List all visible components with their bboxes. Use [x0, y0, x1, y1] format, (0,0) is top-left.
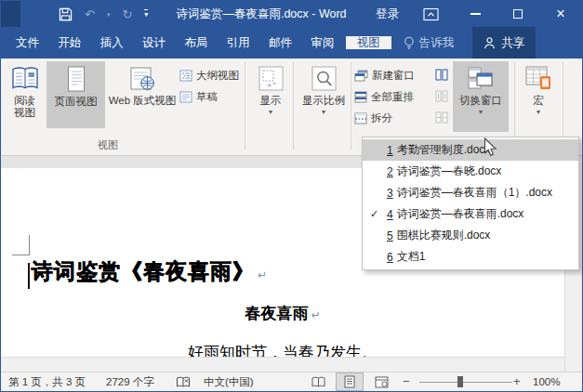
zoom-label: 显示比例 — [302, 95, 345, 107]
chevron-down-icon: ▾ — [537, 109, 540, 116]
print-layout-shortcut[interactable] — [336, 372, 364, 391]
arrange-all-icon — [354, 91, 367, 103]
word-app-icon[interactable] — [1, 1, 20, 27]
reset-window-position-icon — [435, 111, 448, 124]
web-layout-shortcut[interactable] — [367, 372, 395, 391]
magnifier-icon — [311, 66, 337, 91]
sync-scrolling-icon — [435, 90, 448, 102]
title-bar: ↶ ▾ ↻ ▾ 诗词鉴赏—春夜喜雨.docx - Word 登录 × — [1, 1, 582, 27]
poem-line: 好雨知时节，当春乃发生。 — [1, 342, 564, 357]
check-icon: ✓ — [370, 208, 387, 220]
menu-item-label: 诗词鉴赏—春夜喜雨（1）.docx — [397, 185, 552, 201]
outline-view-button[interactable]: 大纲视图 — [179, 66, 239, 85]
language-indicator[interactable]: 中文(中国) — [204, 372, 254, 391]
ribbon-tab[interactable]: 邮件 — [261, 36, 299, 49]
switch-windows-menu-item[interactable]: 2 诗词鉴赏—春晓.docx — [363, 161, 578, 182]
switch-windows-menu-item[interactable]: 5 围棋比赛规则.docx — [363, 225, 578, 246]
outline-view-icon — [179, 70, 192, 82]
person-icon — [484, 36, 496, 49]
draft-icon — [179, 91, 192, 103]
zoom-slider-thumb[interactable] — [457, 376, 463, 387]
new-window-label: 新建窗口 — [372, 69, 415, 83]
minimize-button[interactable] — [460, 1, 490, 27]
ribbon-tab[interactable]: 插入 — [93, 36, 131, 49]
ribbon-tab[interactable]: 视图 — [346, 36, 391, 49]
margin-crop-mark — [12, 235, 30, 255]
switch-windows-menu-item[interactable]: ✓ 4 诗词鉴赏—春夜喜雨.docx — [363, 203, 578, 225]
ribbon-tab-row: 文件 开始 插入 设计 布局 引用 邮件 审阅 视图 告诉我 — [1, 27, 582, 59]
web-layout-status-icon — [375, 376, 389, 388]
proofing-errors-icon[interactable] — [176, 372, 191, 391]
maximize-button[interactable] — [503, 1, 533, 27]
switch-windows-button[interactable]: 切换窗口 ▾ — [453, 61, 509, 132]
read-view-icon — [11, 66, 39, 91]
menu-item-label: 考勤管理制度.docx — [397, 142, 491, 158]
document-heading: 诗词鉴赏《春夜喜雨》↵ — [32, 257, 267, 289]
switch-windows-menu-item[interactable]: 6 文档1 — [363, 246, 578, 268]
quick-access-toolbar: ↶ ▾ ↻ ▾ — [59, 1, 148, 27]
print-layout-button[interactable]: 页面视图 — [46, 61, 105, 128]
zoom-button[interactable]: 显示比例 ▾ — [297, 61, 351, 132]
sign-in-link[interactable]: 登录 — [376, 1, 399, 27]
customize-qat-icon[interactable]: ▾ — [144, 9, 148, 19]
web-layout-button[interactable]: Web 版式视图 — [107, 61, 178, 128]
ribbon-tab[interactable]: 引用 — [219, 36, 258, 49]
word-count[interactable]: 2729 个字 — [106, 372, 154, 391]
view-side-by-side-button[interactable] — [432, 66, 451, 83]
macros-button[interactable]: 宏 ▾ — [518, 61, 559, 132]
menu-item-number: 2 — [387, 165, 393, 178]
zoom-out-button[interactable]: − — [403, 372, 410, 391]
word-window: ↶ ▾ ↻ ▾ 诗词鉴赏—春夜喜雨.docx - Word 登录 × 文件 开始… — [0, 0, 583, 392]
ribbon-tab[interactable]: 设计 — [135, 36, 173, 49]
share-button[interactable]: 共享 — [472, 27, 536, 59]
ribbon-display-options-icon[interactable] — [416, 1, 445, 27]
zoom-percentage[interactable]: 100% — [533, 372, 560, 391]
menu-item-label: 诗词鉴赏—春晓.docx — [397, 163, 502, 179]
window-title: 诗词鉴赏—春夜喜雨.docx - Word — [176, 1, 346, 27]
undo-icon[interactable]: ↶ — [85, 8, 95, 20]
draft-label: 草稿 — [196, 90, 218, 104]
read-view-button[interactable]: 阅读视图 — [4, 61, 46, 128]
new-window-icon — [354, 70, 368, 82]
poem-title: 春夜喜雨↵ — [1, 303, 564, 324]
draft-button[interactable]: 草稿 — [179, 87, 218, 106]
group-separator — [293, 62, 294, 150]
status-bar: 第 1 页，共 3 页 2729 个字 中文(中国) − + 100% — [1, 372, 582, 391]
zoom-in-button[interactable]: + — [513, 372, 521, 391]
read-mode-shortcut[interactable] — [304, 372, 332, 391]
text-cursor — [28, 263, 30, 289]
show-button[interactable]: 显示 ▾ — [248, 61, 293, 132]
tell-me-box[interactable]: 告诉我 — [398, 27, 460, 59]
print-layout-label: 页面视图 — [55, 96, 98, 108]
print-layout-status-icon — [344, 375, 355, 388]
page-indicator[interactable]: 第 1 页，共 3 页 — [8, 372, 86, 391]
read-view-label: 阅读视图 — [11, 95, 39, 118]
synchronous-scrolling-button — [432, 87, 451, 104]
share-label: 共享 — [501, 35, 524, 51]
switch-windows-menu-item[interactable]: 3 诗词鉴赏—春夜喜雨（1）.docx — [363, 182, 578, 203]
redo-icon[interactable]: ↻ — [122, 8, 132, 20]
switch-windows-menu-item[interactable]: 1 考勤管理制度.docx — [363, 139, 578, 161]
ribbon-tab[interactable]: 布局 — [177, 36, 215, 49]
split-label: 拆分 — [371, 111, 392, 125]
menu-item-label: 诗词鉴赏—春夜喜雨.docx — [397, 206, 524, 222]
menu-item-number: 3 — [387, 187, 393, 200]
arrange-all-button[interactable]: 全部重排 — [354, 87, 414, 106]
arrange-all-label: 全部重排 — [371, 90, 414, 104]
views-group-label: 视图 — [1, 138, 215, 152]
menu-item-number: 4 — [387, 208, 393, 221]
ribbon-tab[interactable]: 文件 — [8, 36, 46, 49]
new-window-button[interactable]: 新建窗口 — [354, 66, 415, 85]
ribbon-tab[interactable]: 开始 — [50, 36, 88, 49]
split-button[interactable]: 拆分 — [354, 109, 392, 127]
ribbon-tab[interactable]: 审阅 — [303, 36, 341, 49]
menu-item-label: 文档1 — [397, 249, 426, 265]
horizontal-scrollbar[interactable] — [1, 357, 564, 372]
menu-item-label: 围棋比赛规则.docx — [397, 228, 491, 243]
chevron-down-icon: ▾ — [479, 109, 483, 116]
save-icon[interactable] — [59, 7, 73, 21]
zoom-slider-track[interactable] — [419, 382, 512, 383]
undo-dropdown-icon[interactable]: ▾ — [107, 11, 111, 18]
close-button[interactable]: × — [546, 1, 576, 27]
print-layout-icon — [66, 66, 86, 92]
